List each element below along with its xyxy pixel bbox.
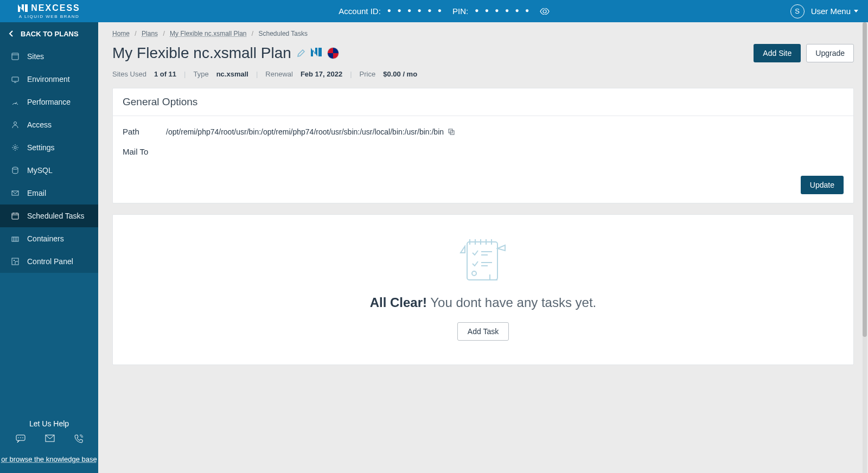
svg-point-20 xyxy=(20,437,21,438)
sidebar-item-access[interactable]: Access xyxy=(0,113,98,136)
general-options-card: General Options Path /opt/remi/php74/roo… xyxy=(112,88,854,203)
breadcrumb-sep: / xyxy=(163,30,164,37)
sidebar-spacer xyxy=(0,273,98,412)
control-panel-icon xyxy=(11,257,20,266)
sidebar-item-label: Containers xyxy=(27,234,64,243)
path-value: /opt/remi/php74/root/usr/bin:/opt/remi/p… xyxy=(166,127,444,136)
breadcrumb-plans[interactable]: Plans xyxy=(142,30,158,37)
sidebar-item-control-panel[interactable]: Control Panel xyxy=(0,250,98,273)
path-label: Path xyxy=(123,127,166,136)
sidebar-item-mysql[interactable]: MySQL xyxy=(0,159,98,182)
nexcess-mark-icon xyxy=(18,4,28,12)
sidebar-item-label: Sites xyxy=(27,52,44,61)
sidebar-item-label: Environment xyxy=(27,75,70,84)
help-title: Let Us Help xyxy=(0,419,98,428)
brand-logo[interactable]: NEXCESS A LIQUID WEB BRAND xyxy=(0,0,98,22)
tasks-empty-card: All Clear! You dont have any tasks yet. … xyxy=(112,214,854,365)
avatar[interactable]: S xyxy=(790,4,805,18)
empty-illustration-icon xyxy=(113,237,853,285)
svg-rect-2 xyxy=(12,77,18,81)
chevron-left-icon xyxy=(9,30,13,37)
sidebar-item-label: MySQL xyxy=(27,166,53,175)
svg-point-5 xyxy=(14,122,17,125)
svg-rect-0 xyxy=(12,53,18,60)
brand-name: NEXCESS xyxy=(31,3,80,13)
database-icon xyxy=(11,166,20,175)
access-icon xyxy=(11,120,20,129)
sidebar-item-label: Email xyxy=(27,189,46,197)
knowledge-base-link[interactable]: or browse the knowledge base xyxy=(1,455,97,463)
copy-icon[interactable] xyxy=(448,129,455,135)
user-menu-label: User Menu xyxy=(811,7,851,16)
eye-icon[interactable] xyxy=(540,8,550,15)
chat-icon[interactable] xyxy=(16,434,25,443)
chevron-down-icon xyxy=(854,10,858,12)
user-menu-button[interactable]: User Menu xyxy=(811,7,858,16)
main-content: Home / Plans / My Flexible nc.xsmall Pla… xyxy=(98,22,868,473)
sidebar: BACK TO PLANS Sites Environment Performa… xyxy=(0,22,98,473)
add-task-button[interactable]: Add Task xyxy=(457,322,509,341)
sidebar-item-settings[interactable]: Settings xyxy=(0,136,98,159)
sidebar-item-sites[interactable]: Sites xyxy=(0,45,98,68)
back-to-plans-button[interactable]: BACK TO PLANS xyxy=(0,22,98,45)
sites-used-value: 1 of 11 xyxy=(154,70,176,78)
svg-point-19 xyxy=(18,437,19,438)
plan-meta: Sites Used 1 of 11 | Type nc.xsmall | Re… xyxy=(112,70,854,78)
svg-point-6 xyxy=(14,146,16,149)
kb-link-section: or browse the knowledge base xyxy=(0,451,98,473)
pin-label: PIN: xyxy=(452,7,468,16)
sidebar-item-label: Performance xyxy=(27,98,71,106)
type-label: Type xyxy=(193,70,208,78)
avatar-initial: S xyxy=(795,7,800,15)
empty-strong: All Clear! xyxy=(370,295,427,310)
settings-icon xyxy=(11,143,20,152)
sidebar-item-performance[interactable]: Performance xyxy=(0,91,98,113)
brand-tagline: A LIQUID WEB BRAND xyxy=(19,14,79,19)
renewal-label: Renewal xyxy=(265,70,293,78)
mailto-label: Mail To xyxy=(123,147,166,156)
account-info: Account ID: ● ● ● ● ● ● PIN: ● ● ● ● ● ● xyxy=(98,7,790,16)
edit-icon[interactable] xyxy=(297,49,305,57)
meta-sep: | xyxy=(350,70,352,78)
breadcrumb-home[interactable]: Home xyxy=(112,30,130,37)
uk-flag-icon xyxy=(327,47,339,59)
account-id-masked: ● ● ● ● ● ● xyxy=(387,7,444,14)
sidebar-item-containers[interactable]: Containers xyxy=(0,227,98,250)
breadcrumb-sep: / xyxy=(252,30,253,37)
sites-used-label: Sites Used xyxy=(112,70,146,78)
email-icon xyxy=(11,189,20,197)
sidebar-item-label: Settings xyxy=(27,143,55,152)
price-label: Price xyxy=(360,70,376,78)
scrollbar[interactable] xyxy=(863,22,867,473)
svg-point-7 xyxy=(12,167,18,169)
account-id-label: Account ID: xyxy=(339,7,381,16)
empty-text: All Clear! You dont have any tasks yet. xyxy=(113,295,853,310)
topbar-right: S User Menu xyxy=(790,4,858,18)
breadcrumb-current: Scheduled Tasks xyxy=(259,30,308,37)
meta-sep: | xyxy=(184,70,186,78)
scrollbar-thumb[interactable] xyxy=(863,22,867,337)
sidebar-item-label: Control Panel xyxy=(27,257,73,266)
breadcrumb-plan[interactable]: My Flexible nc.xsmall Plan xyxy=(170,30,246,37)
page-title: My Flexible nc.xsmall Plan xyxy=(112,44,291,62)
topbar: NEXCESS A LIQUID WEB BRAND Account ID: ●… xyxy=(0,0,868,22)
sidebar-item-label: Scheduled Tasks xyxy=(27,212,85,220)
performance-icon xyxy=(11,98,20,106)
card-header: General Options xyxy=(113,88,853,116)
upgrade-button[interactable]: Upgrade xyxy=(806,44,854,62)
breadcrumb-sep: / xyxy=(135,30,136,37)
price-value: $0.00 / mo xyxy=(383,70,417,78)
sidebar-item-email[interactable]: Email xyxy=(0,182,98,204)
mail-icon[interactable] xyxy=(45,434,55,443)
update-button[interactable]: Update xyxy=(801,176,844,194)
empty-rest: You dont have any tasks yet. xyxy=(427,295,596,310)
pin-masked: ● ● ● ● ● ● xyxy=(475,7,531,14)
add-site-button[interactable]: Add Site xyxy=(754,44,801,62)
sidebar-item-environment[interactable]: Environment xyxy=(0,68,98,91)
back-label: BACK TO PLANS xyxy=(21,30,79,38)
phone-icon[interactable] xyxy=(74,434,83,443)
calendar-icon xyxy=(11,212,20,220)
sidebar-item-scheduled-tasks[interactable]: Scheduled Tasks xyxy=(0,204,98,227)
meta-sep: | xyxy=(256,70,258,78)
type-value: nc.xsmall xyxy=(216,70,248,78)
